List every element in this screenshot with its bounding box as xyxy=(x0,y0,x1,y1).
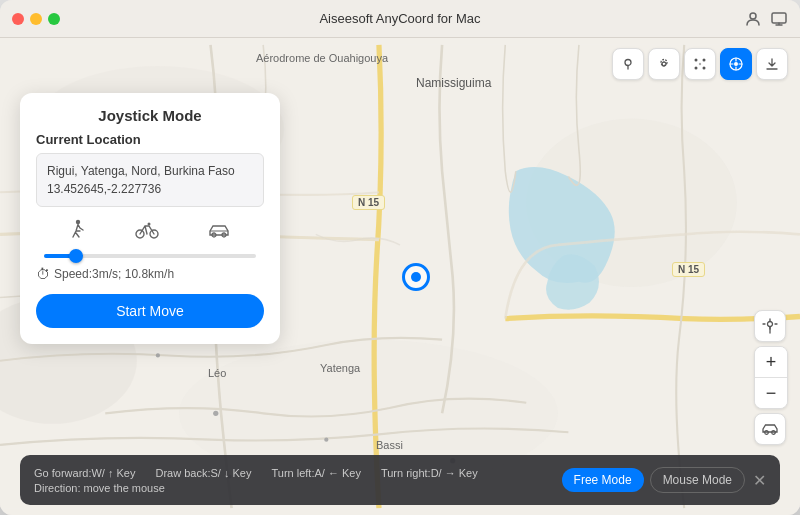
close-bottom-btn[interactable]: ✕ xyxy=(753,471,766,490)
svg-point-8 xyxy=(156,353,160,357)
svg-point-22 xyxy=(75,220,79,224)
close-button[interactable] xyxy=(12,13,24,25)
joystick-panel: Joystick Mode Current Location Rigui, Ya… xyxy=(20,93,280,344)
svg-rect-1 xyxy=(772,13,786,23)
location-tool-btn[interactable] xyxy=(754,310,786,342)
key-direction: Direction: move the mouse xyxy=(34,482,165,494)
bottom-keys-row-1: Go forward:W/ ↑ Key Draw back:S/ ↓ Key T… xyxy=(34,467,562,479)
settings-toolbar-btn[interactable] xyxy=(648,48,680,80)
mouse-mode-btn[interactable]: Mouse Mode xyxy=(650,467,745,493)
zoom-in-btn[interactable]: + xyxy=(755,347,787,377)
transport-row xyxy=(36,219,264,246)
zoom-group: + − xyxy=(754,346,788,409)
export-toolbar-btn[interactable] xyxy=(756,48,788,80)
walk-mode-btn[interactable] xyxy=(68,219,88,246)
minimize-button[interactable] xyxy=(30,13,42,25)
svg-point-21 xyxy=(734,62,738,66)
free-mode-btn[interactable]: Free Mode xyxy=(562,468,644,492)
zoom-out-btn[interactable]: − xyxy=(755,378,787,408)
bottom-bar: Go forward:W/ ↑ Key Draw back:S/ ↓ Key T… xyxy=(20,455,780,505)
bike-mode-btn[interactable] xyxy=(135,220,159,245)
svg-point-7 xyxy=(213,411,218,416)
key-forward: Go forward:W/ ↑ Key xyxy=(34,467,135,479)
joystick-toolbar-btn[interactable] xyxy=(720,48,752,80)
location-text: Rigui, Yatenga, Nord, Burkina Faso xyxy=(47,164,235,178)
location-box: Rigui, Yatenga, Nord, Burkina Faso 13.45… xyxy=(36,153,264,207)
svg-point-16 xyxy=(703,59,706,62)
maximize-button[interactable] xyxy=(48,13,60,25)
car-tool-btn[interactable] xyxy=(754,413,786,445)
user-icon[interactable] xyxy=(744,10,762,28)
key-left: Turn left:A/ ← Key xyxy=(271,467,360,479)
screen-icon[interactable] xyxy=(770,10,788,28)
slider-track[interactable] xyxy=(44,254,256,258)
titlebar: Aiseesoft AnyCoord for Mac xyxy=(0,0,800,38)
bottom-keys-row-2: Direction: move the mouse xyxy=(34,482,562,494)
pin-toolbar-btn[interactable] xyxy=(612,48,644,80)
marker-outer xyxy=(402,263,430,291)
titlebar-actions xyxy=(744,10,788,28)
right-tools: + − xyxy=(754,310,788,445)
slider-thumb[interactable] xyxy=(69,249,83,263)
position-marker xyxy=(402,263,430,291)
speed-label-row: ⏱ Speed:3m/s; 10.8km/h xyxy=(36,266,264,282)
svg-point-28 xyxy=(768,322,773,327)
traffic-lights xyxy=(12,13,60,25)
speed-text: Speed:3m/s; 10.8km/h xyxy=(54,267,174,281)
svg-point-17 xyxy=(695,67,698,70)
svg-point-0 xyxy=(750,13,756,19)
path-toolbar-btn[interactable] xyxy=(684,48,716,80)
svg-point-25 xyxy=(147,223,150,226)
coordinates-text: 13.452645,-2.227736 xyxy=(47,182,161,196)
svg-point-19 xyxy=(699,63,701,65)
speed-icon: ⏱ xyxy=(36,266,50,282)
app-window: Aiseesoft AnyCoord for Mac xyxy=(0,0,800,515)
start-move-button[interactable]: Start Move xyxy=(36,294,264,328)
joystick-title: Joystick Mode xyxy=(36,107,264,124)
bottom-modes: Free Mode Mouse Mode xyxy=(562,467,745,493)
marker-inner xyxy=(411,272,421,282)
svg-point-12 xyxy=(625,60,631,66)
car-mode-btn[interactable] xyxy=(206,221,232,244)
map-toolbar xyxy=(612,48,788,80)
svg-point-18 xyxy=(703,67,706,70)
current-location-label: Current Location xyxy=(36,132,264,147)
svg-point-9 xyxy=(324,438,328,442)
key-right: Turn right:D/ → Key xyxy=(381,467,478,479)
key-back: Draw back:S/ ↓ Key xyxy=(155,467,251,479)
main-content: Aérodrome de Ouahigouya Namissiguima Zag… xyxy=(0,38,800,515)
svg-point-15 xyxy=(695,59,698,62)
bottom-keys: Go forward:W/ ↑ Key Draw back:S/ ↓ Key T… xyxy=(34,467,562,494)
speed-slider-row[interactable] xyxy=(36,254,264,258)
window-title: Aiseesoft AnyCoord for Mac xyxy=(319,11,480,26)
